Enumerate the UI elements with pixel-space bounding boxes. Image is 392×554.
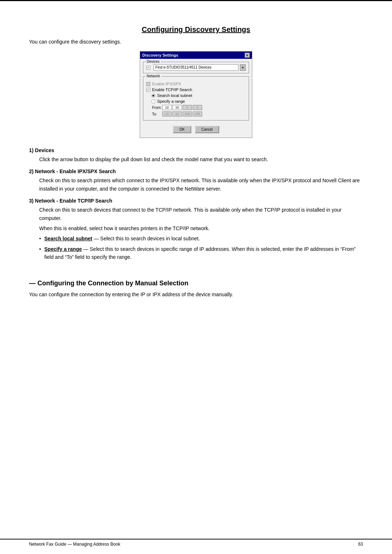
bullet-local-text: — Select this to search devices in local… xyxy=(92,236,200,241)
network-group: Network Enable IPX/SPX Enable TCP/IP Sea… xyxy=(143,76,249,121)
ok-button[interactable]: OK xyxy=(173,126,191,133)
from-label: From: xyxy=(152,106,162,110)
to-ip-2[interactable] xyxy=(172,111,182,117)
section-devices: 1) Devices Click the arrow button to dis… xyxy=(29,147,363,163)
discovery-settings-dialog: Discovery Settings × Devices Find e-STUD… xyxy=(140,51,252,138)
cancel-button[interactable]: Cancel xyxy=(195,126,219,133)
section-tcpip: 3) Network - Enable TCP/IP Search Check … xyxy=(29,198,363,263)
ipxspx-row: Enable IPX/SPX xyxy=(146,82,246,86)
section-ipxspx-body: Check on this to search printers which c… xyxy=(29,176,363,193)
radio-local-row: Search local subnet xyxy=(151,93,246,98)
devices-dropdown-arrow[interactable]: ▼ xyxy=(240,64,246,71)
footer-right: 63 xyxy=(358,542,363,547)
from-ip-1[interactable] xyxy=(162,105,172,110)
page-footer: Network Fax Guide — Managing Address Boo… xyxy=(29,542,363,547)
page-title: Configuring Discovery Settings xyxy=(29,25,363,34)
radio-local-label: Search local subnet xyxy=(157,93,192,98)
top-border xyxy=(0,0,392,1)
tcpip-bullet-list: Search local subnet — Select this to sea… xyxy=(39,235,363,261)
to-ip-row: To: xyxy=(152,111,246,117)
dialog-title: Discovery Settings xyxy=(142,53,178,57)
devices-group: Devices Find e-STUDIO3511/4511 Devices ▼ xyxy=(143,62,249,73)
from-ip-2[interactable] xyxy=(172,105,182,110)
dialog-buttons: OK Cancel xyxy=(143,123,249,135)
dialog-close-button[interactable]: × xyxy=(245,53,250,58)
tcpip-body-line1: Check on this to search devices that con… xyxy=(39,206,363,222)
dialog-wrapper: Discovery Settings × Devices Find e-STUD… xyxy=(29,51,363,138)
network-group-inner: Enable IPX/SPX Enable TCP/IP Search Sear… xyxy=(146,82,246,117)
ipxspx-label: Enable IPX/SPX xyxy=(152,82,181,86)
section-tcpip-title: 3) Network - Enable TCP/IP Search xyxy=(29,198,363,204)
dialog-titlebar: Discovery Settings × xyxy=(140,52,252,59)
radio-range-label: Specify a range xyxy=(157,99,185,103)
network-group-label: Network xyxy=(146,74,161,78)
section-devices-body: Click the arrow button to display the pu… xyxy=(29,155,363,163)
to-ip-3[interactable] xyxy=(183,111,192,117)
from-ip-row: From: xyxy=(152,105,246,110)
section-ipxspx: 2) Network - Enable IPX/SPX Search Check… xyxy=(29,168,363,193)
intro-text: You can configure the discovery settings… xyxy=(29,39,363,45)
tcpip-body-line2: When this is enabled, select how it sear… xyxy=(39,224,363,232)
bottom-border xyxy=(0,539,392,539)
bullet-specify-range: Specify a range — Select this to search … xyxy=(39,245,363,261)
to-label: To: xyxy=(152,112,162,116)
tcpip-row: Enable TCP/IP Search xyxy=(146,87,246,92)
devices-dropdown[interactable]: Find e-STUDIO3511/4511 Devices xyxy=(154,64,238,71)
bullet-local-bold: Search local subnet xyxy=(44,236,92,241)
to-ip-4[interactable] xyxy=(193,111,202,117)
radio-range[interactable] xyxy=(151,99,155,103)
section2-body: You can configure the connection by ente… xyxy=(29,292,363,297)
section-devices-title: 1) Devices xyxy=(29,147,363,153)
ipxspx-checkbox[interactable] xyxy=(146,82,150,86)
bullet-range-text: — Select this to search devices in speci… xyxy=(44,246,356,260)
from-ip-4[interactable] xyxy=(193,105,202,110)
dialog-body: Devices Find e-STUDIO3511/4511 Devices ▼… xyxy=(140,59,252,138)
radio-local[interactable] xyxy=(151,94,155,98)
devices-checkbox[interactable] xyxy=(146,66,150,70)
radio-range-row: Specify a range xyxy=(151,99,246,103)
bullet-local-subnet: Search local subnet — Select this to sea… xyxy=(39,235,363,243)
to-ip-1[interactable] xyxy=(162,111,172,117)
footer-left: Network Fax Guide — Managing Address Boo… xyxy=(29,542,120,547)
devices-group-label: Devices xyxy=(146,60,161,64)
tcpip-checkbox[interactable] xyxy=(146,88,150,92)
section-tcpip-body: Check on this to search devices that con… xyxy=(29,206,363,261)
from-ip-3[interactable] xyxy=(183,105,192,110)
tcpip-label: Enable TCP/IP Search xyxy=(152,87,192,92)
section2-title: — Configuring the Connection by Manual S… xyxy=(29,280,363,287)
devices-select-row: Find e-STUDIO3511/4511 Devices ▼ xyxy=(146,64,246,71)
section-ipxspx-title: 2) Network - Enable IPX/SPX Search xyxy=(29,168,363,174)
bullet-range-bold: Specify a range xyxy=(44,246,82,252)
